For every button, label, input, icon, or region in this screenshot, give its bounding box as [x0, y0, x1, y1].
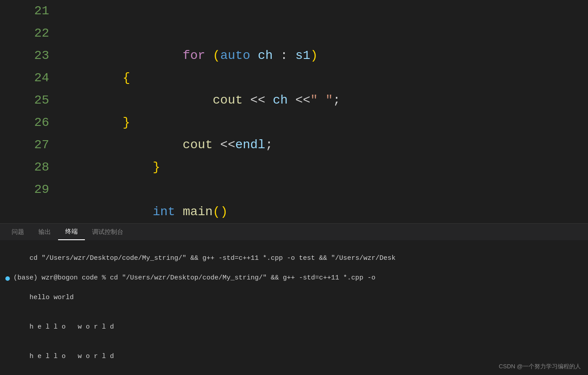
code-line-24: 24 cout << ch <<" ";: [0, 67, 588, 89]
line-number-21: 21: [0, 0, 63, 22]
line-number-22: 22: [0, 22, 63, 45]
code-line-23: 23 {: [0, 45, 588, 67]
code-line-27: 27 }: [0, 134, 588, 156]
line-content-29: int main(): [63, 179, 588, 223]
watermark: CSDN @一个努力学习编程的人: [499, 362, 581, 371]
tab-problems[interactable]: 问题: [4, 225, 31, 240]
code-line-25: 25 }: [0, 89, 588, 112]
line-number-25: 25: [0, 89, 63, 112]
code-editor: 21 22 for (auto ch : s1) 23 { 24 cout <<…: [0, 0, 588, 223]
tab-terminal[interactable]: 终端: [58, 224, 85, 240]
terminal-line-2-text: (base) wzr@bogon code % cd "/Users/wzr/D…: [13, 273, 375, 283]
code-line-29: 29 int main(): [0, 179, 588, 201]
terminal-line-3: hello world: [5, 283, 583, 312]
terminal-line-5: h e l l o w o r l d: [5, 342, 583, 371]
app-container: 21 22 for (auto ch : s1) 23 { 24 cout <<…: [0, 0, 588, 375]
terminal-body: cd "/Users/wzr/Desktop/code/My_string/" …: [0, 240, 588, 375]
line-number-28: 28: [0, 156, 63, 179]
code-line-21: 21: [0, 0, 588, 22]
terminal-line-4: h e l l o w o r l d: [5, 312, 583, 342]
code-line-26: 26 cout <<endl;: [0, 112, 588, 134]
terminal-tabs: 问题 输出 终端 调试控制台: [0, 223, 588, 240]
terminal-line-6-wrapper: h e l l o w o r l d: [5, 373, 583, 375]
line-number-29: 29: [0, 179, 63, 201]
terminal-line-2: (base) wzr@bogon code % cd "/Users/wzr/D…: [5, 273, 583, 283]
blue-dot-1: [5, 276, 10, 281]
line-number-24: 24: [0, 67, 63, 89]
line-number-26: 26: [0, 112, 63, 134]
terminal-line-1: cd "/Users/wzr/Desktop/code/My_string/" …: [5, 244, 583, 273]
line-number-23: 23: [0, 45, 63, 67]
tab-debug-console[interactable]: 调试控制台: [85, 225, 130, 240]
tab-output[interactable]: 输出: [31, 225, 58, 240]
line-number-27: 27: [0, 134, 63, 156]
code-line-22: 22 for (auto ch : s1): [0, 22, 588, 45]
